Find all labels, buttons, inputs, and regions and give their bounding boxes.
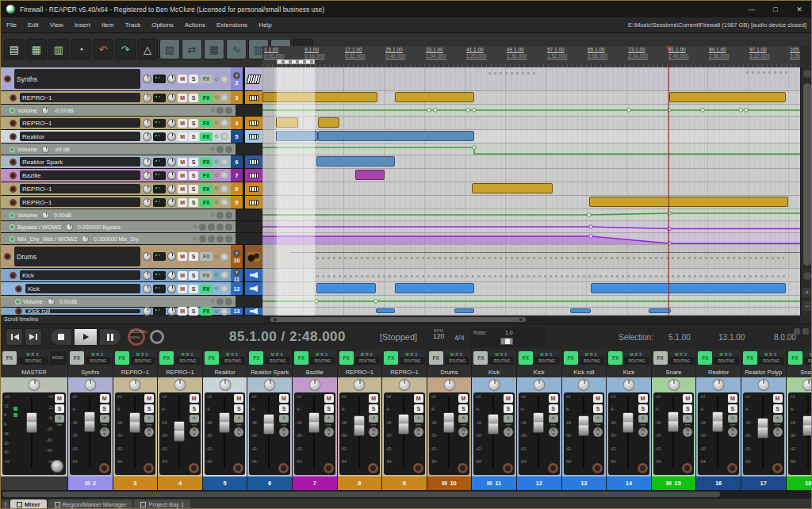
- mixer-track-number[interactable]: 6: [247, 476, 292, 490]
- mixer-track-name[interactable]: REPRO~1: [113, 366, 158, 377]
- media-item[interactable]: [649, 308, 671, 313]
- mixer-track-number[interactable]: 3: [113, 476, 158, 490]
- envelope-bypass-button[interactable]: ⊙: [210, 298, 215, 304]
- volume-fader[interactable]: [398, 414, 409, 434]
- envelope-bypass-button[interactable]: ⊙: [210, 212, 215, 218]
- track-name[interactable]: Bazille: [20, 170, 140, 180]
- media-item[interactable]: [316, 156, 395, 166]
- mixer-pan-knob[interactable]: [668, 379, 680, 391]
- rate-slider[interactable]: [500, 338, 513, 345]
- mixer-s-indicator[interactable]: S: [280, 352, 284, 357]
- mixer-track-name[interactable]: Synths: [68, 366, 113, 377]
- fx-button[interactable]: FX: [200, 75, 213, 83]
- mixer-fx-button[interactable]: FX: [429, 351, 443, 365]
- arrange-lane[interactable]: [262, 221, 800, 233]
- width-knob[interactable]: [167, 94, 176, 102]
- envelope-point[interactable]: [473, 109, 476, 112]
- trim-envelope-button[interactable]: ∧: [279, 415, 289, 423]
- trim-envelope-button[interactable]: ∧: [549, 415, 558, 423]
- maximize-button[interactable]: □: [764, 1, 787, 17]
- scroll-down-button[interactable]: [803, 272, 811, 280]
- mixer-routing-button[interactable]: ROUTING: [534, 357, 560, 365]
- mixer-track-name[interactable]: REPRO~1: [382, 366, 427, 377]
- mixer-track-number[interactable]: 14: [607, 476, 651, 490]
- track-panel-row[interactable]: REPRO~1MSFX⊙8: [1, 182, 262, 196]
- envelope-point[interactable]: [668, 212, 671, 215]
- mixer-mute-button[interactable]: M: [234, 394, 243, 403]
- media-item[interactable]: [570, 308, 591, 313]
- envelope-arm-dot[interactable]: [10, 224, 15, 230]
- route-button[interactable]: [153, 185, 166, 193]
- track-panel-row[interactable]: Reaktor SparkMSFX⊙6: [1, 155, 262, 169]
- mixer-mute-button[interactable]: M: [728, 394, 737, 403]
- input-select-button[interactable]: IN▾: [144, 427, 154, 437]
- mixer-routing-button[interactable]: ROUTING: [400, 357, 425, 365]
- mixer-routing-button[interactable]: ROUTING: [265, 357, 290, 365]
- media-item[interactable]: [669, 92, 786, 102]
- track-name[interactable]: Reaktor: [20, 132, 140, 141]
- track-number[interactable]: 13: [231, 308, 243, 315]
- media-item[interactable]: [318, 117, 339, 128]
- mixer-fx-button[interactable]: FX: [249, 351, 263, 365]
- envelope-lane-panel[interactable]: Volume-0.07dB⊙: [1, 105, 262, 117]
- mixer-track-number[interactable]: 17: [741, 476, 786, 490]
- mixer-strip[interactable]: FXMRSROUTINGReaktor Polyp-inf-6--18--30-…: [741, 350, 787, 490]
- volume-fader[interactable]: [354, 415, 365, 436]
- media-item[interactable]: [395, 92, 474, 102]
- volume-fader[interactable]: [263, 414, 274, 434]
- menu-help[interactable]: Help: [253, 21, 277, 29]
- envelope-button[interactable]: [220, 308, 228, 316]
- menu-track[interactable]: Track: [119, 21, 146, 29]
- envelope-hide-button[interactable]: [225, 107, 232, 114]
- envelope-button[interactable]: [220, 94, 228, 101]
- track-panel-row[interactable]: DrumsMSFX⊙▾10: [1, 245, 262, 269]
- solo-button[interactable]: S: [189, 307, 198, 316]
- pan-knob[interactable]: [143, 158, 151, 166]
- solo-button[interactable]: S: [189, 252, 198, 261]
- trim-envelope-button[interactable]: ∧: [234, 415, 243, 423]
- trim-envelope-button[interactable]: ∧: [683, 415, 692, 423]
- trim-envelope-button[interactable]: ∧: [100, 415, 109, 423]
- pause-button[interactable]: [99, 328, 121, 346]
- envelope-button[interactable]: [220, 185, 228, 193]
- fx-button[interactable]: FX: [200, 252, 213, 261]
- folder-collapse-button[interactable]: ▾: [233, 72, 240, 79]
- record-arm-button[interactable]: [4, 253, 11, 260]
- arrange-lane[interactable]: [262, 105, 800, 117]
- mixer-scroll-thumb[interactable]: [2, 492, 720, 497]
- mixer-track-name[interactable]: Bazille: [293, 366, 337, 377]
- record-arm-button[interactable]: [15, 308, 22, 315]
- envelope-button[interactable]: [220, 253, 228, 261]
- envelope-point[interactable]: [745, 109, 748, 112]
- mixer-record-arm[interactable]: [413, 463, 423, 473]
- solo-button[interactable]: S: [189, 198, 198, 207]
- arrange-lane[interactable]: [262, 269, 800, 282]
- mixer-s-indicator[interactable]: S: [504, 352, 508, 357]
- mixer-fx-button[interactable]: FX: [788, 351, 802, 365]
- mixer-mute-button[interactable]: M: [100, 394, 109, 403]
- envelope-point[interactable]: [315, 300, 318, 303]
- selection-start[interactable]: 5.1.00: [668, 333, 691, 342]
- track-panel-row[interactable]: KickMSFX⊙▾11: [1, 269, 262, 282]
- fx-button[interactable]: FX: [200, 119, 213, 128]
- mixer-pan-knob[interactable]: [622, 379, 634, 391]
- mixer-track-name[interactable]: Snare: [652, 366, 696, 377]
- mixer-track-number[interactable]: 10: [427, 476, 472, 490]
- mixer-track-name[interactable]: REPRO~1: [158, 366, 202, 377]
- input-select-button[interactable]: IN▾: [458, 427, 468, 437]
- route-button[interactable]: [153, 132, 166, 141]
- mixer-solo-button[interactable]: S: [504, 404, 513, 413]
- mixer-strip[interactable]: FXMRSROUTINGReaktor-inf-6--18--30--42--5…: [203, 350, 248, 490]
- mixer-strip[interactable]: FXMRSROUTINGSnare-inf-6--18--30--42--54-…: [652, 350, 697, 490]
- mixer-s-indicator[interactable]: S: [684, 352, 688, 357]
- pan-knob[interactable]: [143, 75, 151, 83]
- envelope-shape-button[interactable]: [216, 224, 224, 231]
- arrange-lane[interactable]: [262, 117, 800, 130]
- input-select-button[interactable]: IN▾: [549, 427, 558, 437]
- mixer-mute-button[interactable]: M: [279, 394, 289, 403]
- mixer-track-name[interactable]: Kick roll: [562, 366, 607, 377]
- mixer-pan-knob[interactable]: [84, 379, 96, 391]
- save-project-button[interactable]: ▥: [48, 39, 69, 59]
- track-number[interactable]: ▾10: [231, 245, 243, 268]
- envelope-point[interactable]: [589, 235, 592, 238]
